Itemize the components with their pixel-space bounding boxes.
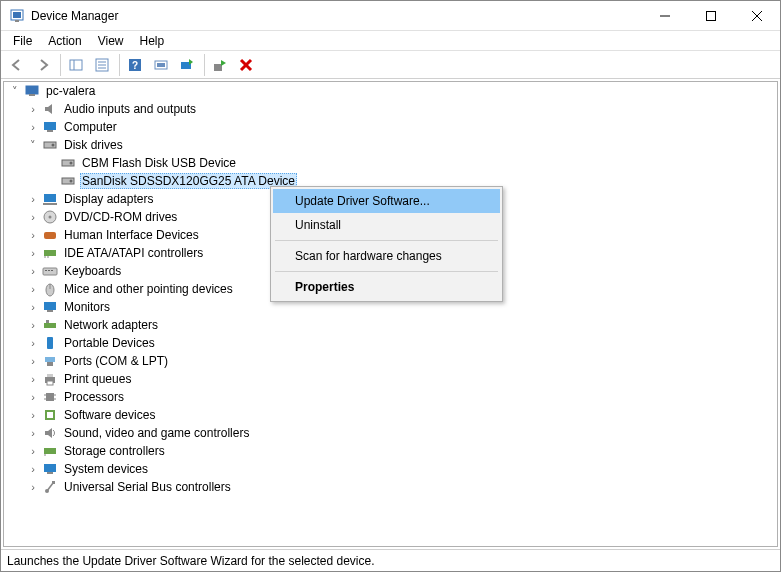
svg-rect-23 [44, 122, 56, 130]
svg-rect-7 [70, 60, 82, 70]
tree-node-label: Computer [62, 120, 119, 134]
tree-node-label: Processors [62, 390, 126, 404]
context-properties[interactable]: Properties [273, 275, 500, 299]
sound-icon [42, 425, 58, 441]
mouse-icon [42, 281, 58, 297]
collapse-icon[interactable]: ˅ [8, 85, 22, 98]
hid-icon [42, 227, 58, 243]
tree-node-ports[interactable]: ›Ports (COM & LPT) [26, 352, 777, 370]
toolbar-separator [60, 54, 61, 76]
expand-icon[interactable]: › [26, 481, 40, 493]
tree-node-label: CBM Flash Disk USB Device [80, 156, 238, 170]
collapse-icon[interactable]: ˅ [26, 139, 40, 152]
svg-rect-39 [43, 268, 57, 275]
svg-point-26 [52, 144, 55, 147]
toolbar: ? [1, 51, 780, 79]
tree-node-system[interactable]: ›System devices [26, 460, 777, 478]
tree-node-storage[interactable]: ›Storage controllers [26, 442, 777, 460]
tree-node-label: Network adapters [62, 318, 160, 332]
software-icon [42, 407, 58, 423]
back-button[interactable] [5, 53, 29, 77]
expand-icon[interactable]: › [26, 265, 40, 277]
tree-node-label: Software devices [62, 408, 157, 422]
update-driver-button[interactable] [175, 53, 199, 77]
expand-icon[interactable]: › [26, 409, 40, 421]
tree-node-software[interactable]: ›Software devices [26, 406, 777, 424]
disk-icon [60, 173, 76, 189]
tree-node-label: DVD/CD-ROM drives [62, 210, 179, 224]
show-hide-button[interactable] [64, 53, 88, 77]
tree-node-sound[interactable]: ›Sound, video and game controllers [26, 424, 777, 442]
enable-button[interactable] [208, 53, 232, 77]
svg-point-28 [70, 162, 73, 165]
expand-icon[interactable]: › [26, 337, 40, 349]
help-button[interactable]: ? [123, 53, 147, 77]
tree-node-audio[interactable]: ›Audio inputs and outputs [26, 100, 777, 118]
tree-node-label: Keyboards [62, 264, 123, 278]
expand-icon[interactable]: › [26, 445, 40, 457]
disk-icon [60, 155, 76, 171]
expand-icon[interactable]: › [26, 391, 40, 403]
tree-node-computer[interactable]: ›Computer [26, 118, 777, 136]
tree-node-processors[interactable]: ›Processors [26, 388, 777, 406]
device-tree-pane[interactable]: ˅ pc-valera ›Audio inputs and outputs ›C… [3, 81, 778, 547]
expand-icon[interactable]: › [26, 283, 40, 295]
tree-node-print[interactable]: ›Print queues [26, 370, 777, 388]
portable-icon [42, 335, 58, 351]
expand-icon[interactable]: › [26, 427, 40, 439]
expand-icon[interactable]: › [26, 301, 40, 313]
expand-icon[interactable]: › [26, 103, 40, 115]
tree-node-disk-drives[interactable]: ˅Disk drives [26, 136, 777, 154]
maximize-button[interactable] [688, 1, 734, 30]
uninstall-button[interactable] [234, 53, 258, 77]
svg-rect-53 [47, 374, 53, 377]
port-icon [42, 353, 58, 369]
expand-icon[interactable]: › [26, 211, 40, 223]
scan-hardware-button[interactable] [149, 53, 173, 77]
tree-node-label: System devices [62, 462, 150, 476]
tree-node-usb[interactable]: ›Universal Serial Bus controllers [26, 478, 777, 496]
svg-text:?: ? [132, 60, 138, 71]
tree-node-network[interactable]: ›Network adapters [26, 316, 777, 334]
context-uninstall[interactable]: Uninstall [273, 213, 500, 237]
minimize-button[interactable] [642, 1, 688, 30]
tree-root[interactable]: ˅ pc-valera [8, 82, 777, 100]
svg-point-30 [70, 180, 73, 183]
expand-icon[interactable]: › [26, 121, 40, 133]
tree-node-label: Disk drives [62, 138, 125, 152]
tree-node-label: Sound, video and game controllers [62, 426, 251, 440]
menu-view[interactable]: View [90, 32, 132, 50]
system-icon [42, 461, 58, 477]
expand-icon[interactable]: › [26, 373, 40, 385]
svg-rect-31 [44, 194, 56, 202]
tree-root-label: pc-valera [44, 84, 97, 98]
svg-rect-40 [45, 270, 47, 271]
context-scan[interactable]: Scan for hardware changes [273, 244, 500, 268]
menu-file[interactable]: File [5, 32, 40, 50]
display-adapter-icon [42, 191, 58, 207]
svg-rect-41 [48, 270, 50, 271]
window-title: Device Manager [31, 9, 642, 23]
tree-node-portable[interactable]: ›Portable Devices [26, 334, 777, 352]
close-button[interactable] [734, 1, 780, 30]
statusbar-text: Launches the Update Driver Software Wiza… [7, 554, 375, 568]
expand-icon[interactable]: › [26, 247, 40, 259]
menu-help[interactable]: Help [132, 32, 173, 50]
svg-rect-24 [47, 130, 53, 132]
svg-point-34 [49, 216, 52, 219]
svg-rect-21 [26, 86, 38, 94]
context-update-driver[interactable]: Update Driver Software... [273, 189, 500, 213]
expand-icon[interactable]: › [26, 319, 40, 331]
expand-icon[interactable]: › [26, 193, 40, 205]
properties-button[interactable] [90, 53, 114, 77]
expand-icon[interactable]: › [26, 229, 40, 241]
expand-icon[interactable]: › [26, 355, 40, 367]
svg-rect-49 [47, 337, 53, 349]
tree-node-label: Ports (COM & LPT) [62, 354, 170, 368]
menu-action[interactable]: Action [40, 32, 89, 50]
forward-button[interactable] [31, 53, 55, 77]
svg-rect-65 [47, 472, 53, 474]
tree-node-disk-cbm[interactable]: CBM Flash Disk USB Device [44, 154, 777, 172]
expand-icon[interactable]: › [26, 463, 40, 475]
svg-rect-50 [45, 357, 55, 362]
